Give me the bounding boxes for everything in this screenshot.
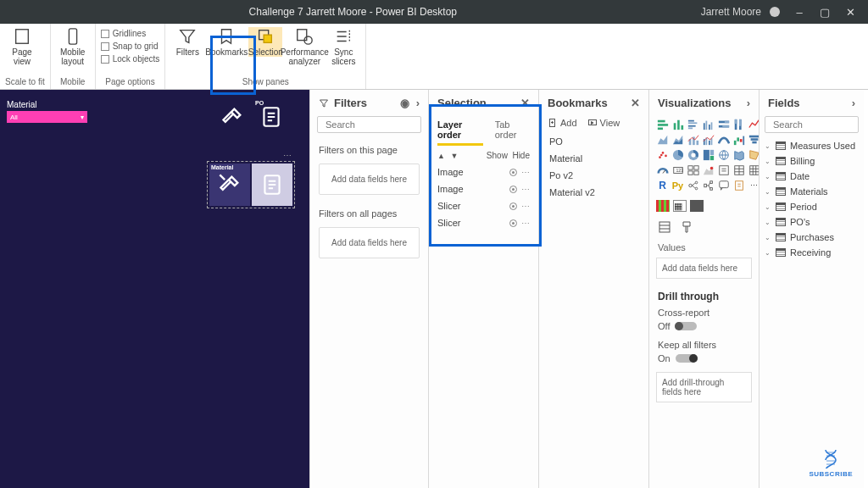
selection-item[interactable]: Image⋯ <box>429 164 538 180</box>
sync-slicers-toggle[interactable]: Sync slicers <box>326 27 360 66</box>
filters-thispage-drop[interactable]: Add data fields here <box>319 164 420 195</box>
fields-search[interactable] <box>765 116 859 133</box>
viz-r[interactable]: R <box>656 179 669 191</box>
bookmark-item[interactable]: PO <box>539 133 648 150</box>
filters-allpages-drop[interactable]: Add data fields here <box>319 227 420 258</box>
viz-stacked-bar[interactable] <box>656 118 669 130</box>
filters-preview-icon[interactable]: ◉ <box>400 97 409 109</box>
table-row[interactable]: ⌄Billing <box>760 153 864 169</box>
bookmark-add-button[interactable]: Add <box>548 118 577 128</box>
viz-tab-analytics[interactable] <box>690 200 704 212</box>
bookmark-item[interactable]: Po v2 <box>539 167 648 184</box>
gridlines-checkbox[interactable]: Gridlines <box>101 29 146 38</box>
selection-item[interactable]: Image⋯ <box>429 180 538 197</box>
viz-tab-fields[interactable] <box>656 200 670 212</box>
bookmark-item[interactable]: Material <box>539 150 648 167</box>
keep-filters-toggle[interactable] <box>676 354 698 363</box>
image-tile-doc[interactable] <box>252 164 292 206</box>
report-canvas[interactable]: Material All▾ PO ⋯ Material <box>0 90 309 488</box>
viz-qna[interactable] <box>717 179 730 191</box>
viz-clustered-bar[interactable] <box>687 118 699 130</box>
fields-well-icon[interactable] <box>658 220 671 234</box>
eye-icon[interactable] <box>509 169 517 176</box>
viz-waterfall[interactable] <box>732 133 745 146</box>
viz-pie[interactable] <box>671 148 684 161</box>
viz-kpi[interactable] <box>702 164 715 176</box>
filters-search[interactable] <box>317 116 421 133</box>
viz-multi-card[interactable] <box>687 164 699 176</box>
eye-icon[interactable] <box>509 219 517 227</box>
lock-checkbox[interactable]: Lock objects <box>101 54 160 64</box>
table-row[interactable]: ⌄Purchases <box>760 230 864 245</box>
selection-toggle[interactable]: Selection <box>248 27 282 57</box>
viz-key-influencers[interactable] <box>687 179 699 191</box>
viz-filled-map[interactable] <box>732 148 745 161</box>
viz-expand-icon[interactable]: › <box>747 97 750 109</box>
image-tile-material[interactable]: Material <box>209 164 250 206</box>
viz-line-clustered[interactable] <box>702 133 715 146</box>
viz-gauge[interactable] <box>656 164 669 176</box>
image-tiles-selected[interactable]: Material <box>207 161 295 208</box>
selection-item[interactable]: Slicer⋯ <box>429 197 538 214</box>
slicer-visual-material[interactable]: Material All▾ <box>7 100 87 123</box>
table-row[interactable]: ⌄Measures Used <box>760 138 864 153</box>
image-tile-hammer[interactable] <box>214 98 251 136</box>
performance-analyzer-toggle[interactable]: Performance analyzer <box>287 27 321 66</box>
bookmarks-toggle[interactable]: Bookmarks <box>209 27 243 57</box>
mobile-layout-button[interactable]: Mobile layout <box>56 27 90 66</box>
bookmark-view-button[interactable]: View <box>587 118 620 128</box>
maximize-button[interactable]: ▢ <box>812 6 837 19</box>
more-icon[interactable]: ⋯ <box>521 185 530 194</box>
viz-tab-format[interactable]: ▦ <box>673 200 687 212</box>
viz-card[interactable]: 123 <box>671 164 684 176</box>
viz-area[interactable] <box>656 133 669 146</box>
tab-tab-order[interactable]: Tab order <box>495 116 530 146</box>
selection-show[interactable]: Show <box>487 151 508 160</box>
bookmark-item[interactable]: Material v2 <box>539 184 648 201</box>
selection-hide[interactable]: Hide <box>512 151 530 160</box>
avatar[interactable] <box>770 7 780 17</box>
viz-slicer[interactable] <box>717 164 730 176</box>
viz-stacked-column[interactable] <box>671 118 684 130</box>
minimize-button[interactable]: – <box>787 6 812 19</box>
fields-expand-icon[interactable]: › <box>852 97 855 109</box>
image-tile-po[interactable]: PO <box>253 98 290 136</box>
viz-stacked-area[interactable] <box>671 133 684 146</box>
viz-treemap[interactable] <box>702 148 715 161</box>
table-row[interactable]: ⌄Materials <box>760 184 864 199</box>
viz-decomp-tree[interactable] <box>702 179 715 191</box>
eye-icon[interactable] <box>509 186 517 193</box>
viz-map[interactable] <box>717 148 730 161</box>
viz-clustered-column[interactable] <box>702 118 715 130</box>
selection-close-icon[interactable]: ✕ <box>520 97 530 109</box>
more-icon[interactable]: ⋯ <box>521 219 530 228</box>
visual-context-menu[interactable]: ⋯ <box>283 151 311 160</box>
more-icon[interactable]: ⋯ <box>521 168 530 177</box>
drill-through-drop[interactable]: Add drill-through fields here <box>656 372 752 402</box>
selection-item[interactable]: Slicer⋯ <box>429 214 538 231</box>
table-row[interactable]: ⌄Receiving <box>760 245 864 260</box>
viz-ribbon[interactable] <box>717 133 730 146</box>
cross-report-toggle[interactable] <box>675 322 697 330</box>
viz-donut[interactable] <box>687 148 699 161</box>
snap-checkbox[interactable]: Snap to grid <box>101 42 159 51</box>
slicer-dropdown[interactable]: All▾ <box>7 111 87 123</box>
eye-icon[interactable] <box>509 202 517 210</box>
viz-line-column[interactable] <box>687 133 699 146</box>
table-row[interactable]: ⌄Date <box>760 169 864 184</box>
filters-expand-icon[interactable]: › <box>416 97 420 109</box>
table-row[interactable]: ⌄PO's <box>760 214 864 230</box>
selection-move-arrows[interactable]: ▲ ▼ <box>437 152 459 160</box>
viz-values-drop[interactable]: Add data fields here <box>656 258 752 279</box>
viz-python[interactable]: Py <box>671 179 684 191</box>
viz-100-bar[interactable] <box>717 118 730 130</box>
more-icon[interactable]: ⋯ <box>521 202 530 211</box>
viz-100-column[interactable] <box>732 118 745 130</box>
format-brush-icon[interactable] <box>680 220 693 234</box>
bookmarks-close-icon[interactable]: ✕ <box>631 97 640 109</box>
viz-paginated[interactable] <box>732 179 745 191</box>
viz-table[interactable] <box>732 164 745 176</box>
filters-search-input[interactable] <box>326 119 442 130</box>
viz-scatter[interactable] <box>656 148 669 161</box>
tab-layer-order[interactable]: Layer order <box>437 116 483 146</box>
